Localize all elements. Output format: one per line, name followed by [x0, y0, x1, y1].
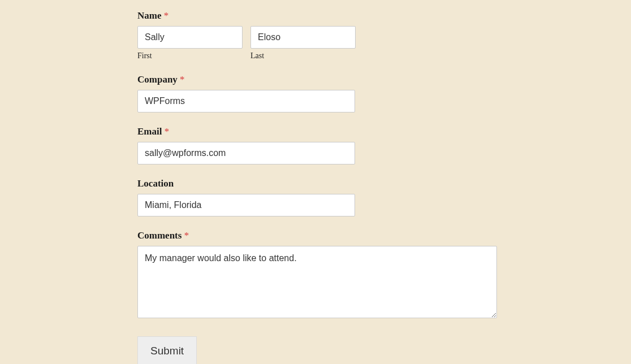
- email-label: Email *: [137, 126, 499, 137]
- last-name-sublabel: Last: [250, 51, 356, 60]
- last-name-col: Last: [250, 26, 356, 60]
- email-input[interactable]: [137, 142, 355, 164]
- company-required-mark: *: [180, 74, 185, 85]
- location-label-text: Location: [137, 178, 174, 189]
- comments-required-mark: *: [184, 230, 189, 241]
- first-name-col: First: [137, 26, 243, 60]
- company-label: Company *: [137, 74, 499, 85]
- comments-textarea[interactable]: My manager would also like to attend.: [137, 246, 497, 318]
- company-input[interactable]: [137, 90, 355, 112]
- first-name-input[interactable]: [137, 26, 243, 49]
- email-field: Email *: [137, 126, 499, 164]
- submit-button[interactable]: Submit: [137, 336, 197, 364]
- name-row: First Last: [137, 26, 499, 60]
- name-field: Name * First Last: [137, 10, 499, 60]
- company-field: Company *: [137, 74, 499, 112]
- last-name-input[interactable]: [250, 26, 356, 49]
- email-required-mark: *: [165, 126, 170, 137]
- location-input[interactable]: [137, 194, 355, 216]
- name-required-mark: *: [164, 10, 169, 21]
- first-name-sublabel: First: [137, 51, 243, 60]
- location-field: Location: [137, 178, 499, 216]
- comments-field: Comments * My manager would also like to…: [137, 230, 499, 320]
- submit-wrap: Submit: [137, 336, 499, 364]
- event-registration-form: Name * First Last Company * Email *: [137, 10, 499, 364]
- company-label-text: Company: [137, 74, 178, 85]
- email-label-text: Email: [137, 126, 162, 137]
- name-label-text: Name: [137, 10, 161, 21]
- comments-label: Comments *: [137, 230, 499, 241]
- name-label: Name *: [137, 10, 499, 21]
- comments-label-text: Comments: [137, 230, 181, 241]
- location-label: Location: [137, 178, 499, 189]
